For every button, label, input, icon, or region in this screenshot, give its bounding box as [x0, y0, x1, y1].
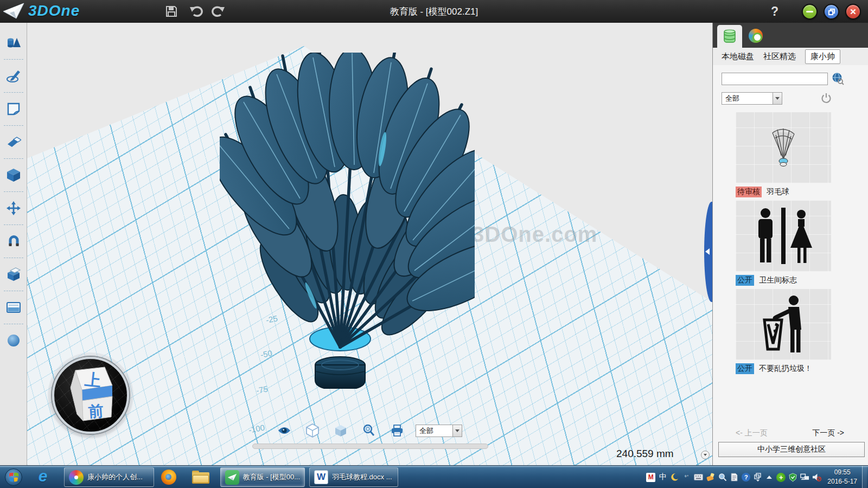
sketch-tool-button[interactable] [2, 63, 25, 88]
model-thumbnail[interactable] [736, 112, 831, 183]
tray-degree-indicator[interactable]: °' [682, 473, 691, 482]
paper-plane-icon [2, 2, 25, 20]
app-logo: 3DOne [2, 2, 80, 20]
combine-tool-button[interactable] [2, 262, 25, 287]
library-filter-value: 全部 [722, 94, 773, 104]
help-button[interactable]: ? [767, 3, 782, 20]
restore-button[interactable] [824, 4, 839, 20]
tray-help-icon[interactable]: ? [742, 473, 750, 481]
model-card-badminton[interactable]: 待审核 羽毛球 [736, 112, 831, 197]
tray-ime-indicator[interactable]: 中 [658, 473, 667, 482]
search-button[interactable] [831, 72, 844, 85]
community-library-tab[interactable] [748, 28, 764, 44]
tray-expand-icon[interactable] [767, 476, 772, 479]
sketch-surface-icon [6, 102, 21, 116]
visibility-button[interactable] [278, 424, 291, 437]
taskbar-window-browser[interactable]: 康小帅的个人创... [64, 467, 154, 487]
community-link-button[interactable]: 中小学三维创意社区 [718, 442, 865, 457]
magnet-tool-button[interactable] [2, 229, 25, 254]
tray-search-icon[interactable] [718, 473, 727, 482]
model-thumbnail[interactable] [736, 201, 831, 272]
taskbar-window-label: 教育版 - [模型00... [243, 472, 300, 482]
chevron-left-icon [705, 248, 710, 255]
material-tool-button[interactable] [2, 328, 25, 353]
library-filter-dropdown[interactable]: 全部 [722, 92, 782, 105]
status-badge: 公开 [736, 275, 754, 286]
tray-shield-icon[interactable] [788, 473, 797, 482]
model-caption: 待审核 羽毛球 [736, 187, 831, 197]
taskbar-window-3done[interactable]: 教育版 - [模型00... [220, 467, 305, 487]
dropdown-arrow-icon[interactable] [452, 425, 462, 436]
tray-360-icon[interactable]: + [776, 473, 786, 482]
view-filter-dropdown[interactable]: 全部 [416, 425, 462, 437]
tray-m-icon[interactable]: M [646, 473, 655, 482]
close-button[interactable]: ✕ [845, 4, 861, 20]
erase-tool-button[interactable] [2, 130, 25, 155]
model-card-litter[interactable]: 公开 不要乱扔垃圾！ [736, 289, 831, 374]
power-icon [820, 92, 832, 104]
tray-document-icon[interactable] [730, 473, 739, 482]
model-thumbnail[interactable] [736, 289, 831, 360]
taskbar-window-label: 羽毛球教程.docx ... [332, 472, 392, 482]
restore-icon [828, 9, 835, 15]
nav-cube-ring[interactable]: 上 前 [52, 357, 129, 434]
eraser-icon [6, 135, 21, 149]
search-input[interactable] [722, 73, 828, 85]
logo-text: 3DOne [28, 2, 80, 20]
tab-community-picks[interactable]: 社区精选 [763, 52, 796, 62]
feature-tool-button[interactable] [2, 163, 25, 188]
toolbar-separator [4, 125, 23, 126]
view-filter-value: 全部 [416, 426, 452, 436]
show-desktop-button[interactable] [862, 466, 867, 488]
tray-paint-icon[interactable] [706, 473, 715, 482]
panel-collapse-handle[interactable] [704, 202, 712, 302]
horizontal-scrollbar[interactable] [252, 444, 488, 449]
model-card-restroom[interactable]: 公开 卫生间标志 [736, 201, 831, 286]
library-panel: 本地磁盘 社区精选 康小帅 全部 [712, 23, 868, 465]
wireframe-view-button[interactable] [306, 424, 319, 437]
dropdown-arrow-icon[interactable] [773, 93, 782, 104]
tray-volume-muted-icon[interactable] [812, 473, 821, 482]
magnet-icon [6, 234, 21, 248]
nav-cube[interactable]: 上 前 [62, 365, 119, 426]
tab-local-disk[interactable]: 本地磁盘 [722, 52, 754, 62]
move-tool-button[interactable] [2, 196, 25, 221]
redo-button[interactable] [210, 4, 226, 19]
clock-date: 2016-5-17 [827, 477, 857, 486]
tray-keyboard-icon[interactable] [694, 473, 703, 482]
shaded-view-button[interactable] [334, 424, 347, 437]
toolbar-separator [4, 191, 23, 192]
toolbar-separator [4, 324, 23, 324]
tab-user-kangxiaoshuai[interactable]: 康小帅 [805, 49, 840, 64]
nav-cube-widget[interactable]: 上 前 [52, 357, 129, 434]
next-page-button[interactable]: 下一页 -> [812, 428, 844, 438]
save-button[interactable] [164, 4, 179, 19]
tray-restore-icon[interactable] [753, 473, 762, 482]
ie-taskbar-icon[interactable]: e [34, 468, 52, 486]
local-library-tab[interactable] [717, 25, 742, 48]
library-subtabs: 本地磁盘 社区精选 康小帅 [713, 48, 868, 65]
taskbar-clock[interactable]: 09:55 2016-5-17 [827, 468, 857, 487]
print-icon [391, 425, 404, 436]
save-icon [165, 5, 178, 18]
viewport-3d[interactable]: -25 -50 -75 -100 i3DOne.com [27, 23, 712, 465]
sketch-pen-icon [6, 69, 21, 83]
model-name: 卫生间标志 [759, 275, 797, 285]
surface-tool-button[interactable] [2, 97, 25, 121]
section-tool-button[interactable] [2, 295, 25, 320]
undo-button[interactable] [189, 4, 204, 19]
prev-page-button[interactable]: <- 上一页 [736, 428, 768, 438]
minimize-button[interactable] [802, 4, 818, 20]
firefox-taskbar-icon[interactable] [159, 468, 178, 486]
logout-power-button[interactable] [820, 92, 832, 104]
start-button[interactable] [4, 468, 23, 486]
zoom-view-button[interactable] [362, 424, 375, 437]
explorer-taskbar-icon[interactable] [190, 468, 212, 486]
print-button[interactable] [391, 424, 404, 437]
tray-moon-icon[interactable] [670, 473, 679, 482]
toolbar-separator [4, 59, 23, 60]
taskbar-window-word[interactable]: W 羽毛球教程.docx ... [309, 467, 398, 487]
tray-network-icon[interactable] [800, 473, 809, 482]
primitives-tool-button[interactable] [2, 30, 25, 55]
measurement-expand-button[interactable] [701, 451, 710, 459]
